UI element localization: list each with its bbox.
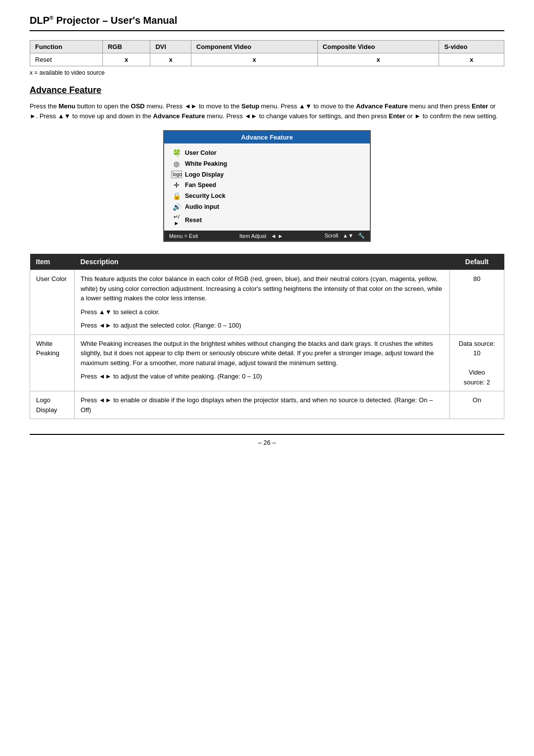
osd-item-whitepeaking: ◎ White Peaking [171,158,363,169]
col-description: Description [75,254,450,270]
table-row: Reset x x x x x [30,53,504,66]
osd-footer: Menu = Exit Item Adjust ◄ ► Scroll ▲▼ 🔧 [164,231,370,241]
item-usercolor: User Color [30,270,75,335]
osd-item-usercolor: 🍀 User Color [171,147,363,158]
cell-svideo: x [439,53,504,66]
desc-whitepeaking: White Peaking increases the output in th… [75,334,450,391]
osd-label-audioinput: Audio input [185,203,219,210]
cell-composite: x [317,53,439,66]
reset-icon: ↵/► [171,214,182,226]
col-component: Component Video [191,41,318,53]
cell-function: Reset [30,53,103,66]
page-header: DLP® Projector – User's Manual [30,15,504,31]
page-footer: – 26 – [30,434,504,446]
page-title: DLP® Projector – User's Manual [30,15,504,26]
osd-label-reset: Reset [185,217,202,224]
col-function: Function [30,41,103,53]
default-whitepeaking: Data source:10Videosource: 2 [450,334,504,391]
desc-logodisplay: Press ◄► to enable or disable if the log… [75,391,450,419]
fan-speed-icon: ✛ [171,181,182,189]
osd-item-audioinput: 🔊 Audio input [171,201,363,212]
osd-footer-left: Menu = Exit [169,233,198,239]
item-whitepeaking: WhitePeaking [30,334,75,391]
logo-display-icon: logo [171,171,182,178]
description-table: Item Description Default User Color This… [30,254,504,419]
osd-item-securitylock: 🔒 Security Lock [171,190,363,201]
osd-item-fanspeed: ✛ Fan Speed [171,180,363,190]
item-logodisplay: LogoDisplay [30,391,75,419]
osd-title-bar: Advance Feature [164,131,370,143]
body-paragraph: Press the Menu button to open the OSD me… [30,101,504,121]
cell-rgb: x [102,53,150,66]
default-logodisplay: On [450,391,504,419]
table-row-logodisplay: LogoDisplay Press ◄► to enable or disabl… [30,391,504,419]
function-table: Function RGB DVI Component Video Composi… [30,40,504,66]
osd-footer-right: Scroll ▲▼ 🔧 [324,233,365,239]
default-usercolor: 80 [450,270,504,335]
page-number: – 26 – [258,439,276,446]
col-item: Item [30,254,75,270]
osd-menu: Advance Feature 🍀 User Color ◎ White Pea… [163,130,371,242]
col-svideo: S-video [439,41,504,53]
osd-label-fanspeed: Fan Speed [185,182,216,189]
note-text: x = available to video source [30,69,504,76]
osd-label-logodisplay: Logo Display [185,171,223,178]
osd-item-logodisplay: logo Logo Display [171,169,363,180]
osd-footer-center: Item Adjust ◄ ► [239,233,283,239]
section-heading: Advance Feature [30,85,504,95]
user-color-icon: 🍀 [171,149,182,157]
osd-label-usercolor: User Color [185,149,217,156]
osd-item-reset: ↵/► Reset [171,212,363,228]
osd-label-whitepeaking: White Peaking [185,160,227,167]
cell-component: x [191,53,318,66]
osd-label-securitylock: Security Lock [185,192,225,199]
security-lock-icon: 🔒 [171,192,182,200]
desc-usercolor: This feature adjusts the color balance i… [75,270,450,335]
table-row-whitepeaking: WhitePeaking White Peaking increases the… [30,334,504,391]
col-composite: Composite Video [317,41,439,53]
col-dvi: DVI [150,41,191,53]
col-default: Default [450,254,504,270]
cell-dvi: x [150,53,191,66]
audio-input-icon: 🔊 [171,203,182,211]
osd-menu-items: 🍀 User Color ◎ White Peaking logo Logo D… [164,143,370,231]
table-row-usercolor: User Color This feature adjusts the colo… [30,270,504,335]
white-peaking-icon: ◎ [171,160,182,168]
col-rgb: RGB [102,41,150,53]
